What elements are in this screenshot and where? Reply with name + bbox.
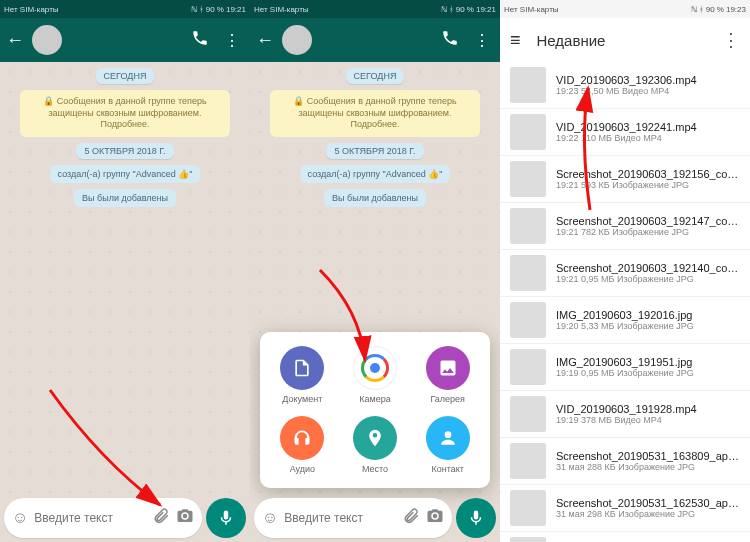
attach-camera[interactable]: Камера: [341, 346, 410, 404]
menu-icon[interactable]: ⋮: [220, 31, 244, 50]
encryption-notice[interactable]: 🔒 Сообщения в данной группе теперь защищ…: [270, 90, 480, 137]
camera-icon: [353, 346, 397, 390]
camera-icon[interactable]: [176, 507, 194, 529]
file-row[interactable]: Screenshot_20190531_163809_app...31 мая …: [500, 438, 750, 485]
nfc-icon: ℕ: [691, 5, 697, 14]
call-icon[interactable]: [438, 29, 462, 51]
clock: 19:21: [476, 5, 496, 14]
menu-icon[interactable]: ⋮: [470, 31, 494, 50]
picker-toolbar: ≡ Недавние ⋮: [500, 18, 750, 62]
hamburger-icon[interactable]: ≡: [510, 30, 521, 51]
file-row[interactable]: VID_20190603_192306.mp419:23 54,50 МБ Ви…: [500, 62, 750, 109]
bt-icon: ᚼ: [199, 5, 204, 14]
file-thumbnail: [510, 537, 546, 542]
sim-status: Нет SIM-карты: [254, 5, 441, 14]
file-meta: 19:19 378 МБ Видео MP4: [556, 415, 740, 425]
attach-gallery[interactable]: Галерея: [413, 346, 482, 404]
attach-audio[interactable]: Аудио: [268, 416, 337, 474]
date-chip: 5 ОКТЯБРЯ 2018 Г.: [326, 143, 423, 159]
camera-icon[interactable]: [426, 507, 444, 529]
file-meta: 31 мая 298 КБ Изображение JPG: [556, 509, 740, 519]
file-row[interactable]: Screenshot_20190603_192156_com...19:21 5…: [500, 156, 750, 203]
file-meta: 19:22 110 МБ Видео MP4: [556, 133, 740, 143]
file-row[interactable]: VID_20190603_191928.mp419:19 378 МБ Виде…: [500, 391, 750, 438]
menu-icon[interactable]: ⋮: [722, 29, 740, 51]
back-icon[interactable]: ←: [256, 30, 274, 51]
file-row[interactable]: Screenshot_20190531_162530_app...31 мая …: [500, 485, 750, 532]
attach-label: Место: [362, 464, 388, 474]
message-input[interactable]: [284, 511, 396, 525]
file-row[interactable]: Screenshot_20190603_192147_com...19:21 7…: [500, 203, 750, 250]
back-icon[interactable]: ←: [6, 30, 24, 51]
mic-button[interactable]: [206, 498, 246, 538]
app-bar: ← ⋮: [0, 18, 250, 62]
attach-icon[interactable]: [152, 507, 170, 529]
file-name: VID_20190603_192306.mp4: [556, 74, 740, 86]
nfc-icon: ℕ: [441, 5, 447, 14]
attach-label: Аудио: [290, 464, 315, 474]
file-thumbnail: [510, 349, 546, 385]
attach-location[interactable]: Место: [341, 416, 410, 474]
system-message-created: создал(-а) группу "Advanced 👍": [300, 165, 451, 183]
battery-pct: 90 %: [706, 5, 724, 14]
file-thumbnail: [510, 490, 546, 526]
clock: 19:23: [726, 5, 746, 14]
encryption-notice[interactable]: 🔒 Сообщения в данной группе теперь защищ…: [20, 90, 230, 137]
file-name: IMG_20190603_191951.jpg: [556, 356, 740, 368]
file-name: VID_20190603_191928.mp4: [556, 403, 740, 415]
emoji-icon[interactable]: ☺: [262, 509, 278, 527]
file-thumbnail: [510, 208, 546, 244]
status-bar: Нет SIM-карты ℕᚼ90 %19:23: [500, 0, 750, 18]
status-bar: Нет SIM-карты ℕᚼ90 %19:21: [0, 0, 250, 18]
file-name: VID_20190603_192241.mp4: [556, 121, 740, 133]
document-icon: [280, 346, 324, 390]
attach-label: Камера: [359, 394, 390, 404]
group-avatar[interactable]: [282, 25, 312, 55]
file-meta: 31 мая 288 КБ Изображение JPG: [556, 462, 740, 472]
attach-icon[interactable]: [402, 507, 420, 529]
system-message-added: Вы были добавлены: [74, 189, 176, 207]
file-row[interactable]: Screenshot_20190603_192140_com...19:21 0…: [500, 250, 750, 297]
file-thumbnail: [510, 255, 546, 291]
attach-label: Контакт: [431, 464, 463, 474]
file-row[interactable]: VID_20190603_192241.mp419:22 110 МБ Виде…: [500, 109, 750, 156]
attachment-sheet: Документ Камера Галерея Аудио Место Конт…: [260, 332, 490, 488]
nfc-icon: ℕ: [191, 5, 197, 14]
file-thumbnail: [510, 396, 546, 432]
file-row[interactable]: Screenshot_20190531_162336_app...31 мая …: [500, 532, 750, 542]
emoji-icon[interactable]: ☺: [12, 509, 28, 527]
file-row[interactable]: IMG_20190603_192016.jpg19:20 5,33 МБ Изо…: [500, 297, 750, 344]
file-name: Screenshot_20190531_163809_app...: [556, 450, 740, 462]
date-chip-today: СЕГОДНЯ: [96, 68, 155, 84]
gallery-icon: [426, 346, 470, 390]
attach-label: Галерея: [430, 394, 465, 404]
date-chip-today: СЕГОДНЯ: [346, 68, 405, 84]
attach-document[interactable]: Документ: [268, 346, 337, 404]
system-message-added: Вы были добавлены: [324, 189, 426, 207]
clock: 19:21: [226, 5, 246, 14]
call-icon[interactable]: [188, 29, 212, 51]
group-avatar[interactable]: [32, 25, 62, 55]
file-row[interactable]: IMG_20190603_191951.jpg19:19 0,95 МБ Изо…: [500, 344, 750, 391]
file-meta: 19:23 54,50 МБ Видео MP4: [556, 86, 740, 96]
file-meta: 19:21 0,95 МБ Изображение JPG: [556, 274, 740, 284]
file-meta: 19:21 782 КБ Изображение JPG: [556, 227, 740, 237]
battery-pct: 90 %: [456, 5, 474, 14]
mic-button[interactable]: [456, 498, 496, 538]
file-name: Screenshot_20190603_192156_com...: [556, 168, 740, 180]
file-list[interactable]: VID_20190603_192306.mp419:23 54,50 МБ Ви…: [500, 62, 750, 542]
file-meta: 19:20 5,33 МБ Изображение JPG: [556, 321, 740, 331]
date-chip: 5 ОКТЯБРЯ 2018 Г.: [76, 143, 173, 159]
bt-icon: ᚼ: [449, 5, 454, 14]
attach-contact[interactable]: Контакт: [413, 416, 482, 474]
contact-icon: [426, 416, 470, 460]
status-bar: Нет SIM-карты ℕᚼ90 %19:21: [250, 0, 500, 18]
bt-icon: ᚼ: [699, 5, 704, 14]
file-thumbnail: [510, 443, 546, 479]
file-name: Screenshot_20190603_192147_com...: [556, 215, 740, 227]
file-meta: 19:19 0,95 МБ Изображение JPG: [556, 368, 740, 378]
message-input[interactable]: [34, 511, 146, 525]
picker-title: Недавние: [537, 32, 706, 49]
battery-pct: 90 %: [206, 5, 224, 14]
file-thumbnail: [510, 302, 546, 338]
